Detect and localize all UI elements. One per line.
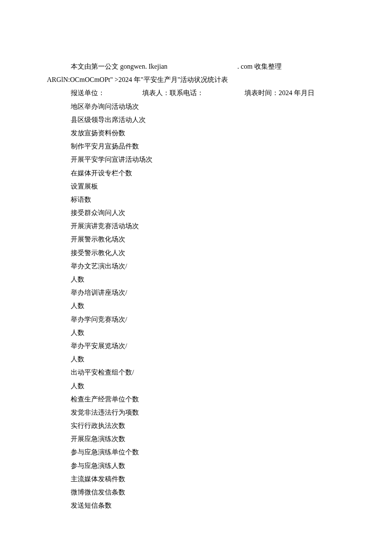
item-text: 开展平安学问宣讲活动场次 (71, 156, 153, 163)
item-text: 举办学问竞赛场次/ (71, 316, 127, 323)
item-text: 举办培训讲座场次/ (71, 289, 127, 296)
list-item: 举办文艺演出场次/ (47, 259, 345, 273)
item-text: 县区级领导出席活动人次 (71, 116, 146, 123)
list-item: 举办平安展览场次/ (47, 339, 345, 352)
list-item: 参与应急演练单位个数 (47, 445, 345, 459)
source-line: 本文由第一公文 gongwen. Ikejian . com 收集整理 (47, 60, 345, 73)
item-text: 在媒体开设专栏个数 (71, 169, 132, 177)
item-text: 实行行政执法次数 (71, 422, 125, 429)
item-text: 设置展板 (71, 183, 98, 190)
list-item: 人数 (47, 352, 345, 366)
item-text: 标语数 (71, 196, 91, 203)
filler-label: 填表人：联系电话： (142, 86, 245, 99)
item-text: 人数 (71, 302, 84, 309)
list-item: 人数 (47, 326, 345, 339)
item-text: 开展演讲竞赛活动场次 (71, 222, 139, 230)
list-item: 发放宣扬资料份数 (47, 126, 345, 139)
item-text: 开展警示教化场次 (71, 235, 125, 243)
item-text: 举办平安展览场次/ (71, 342, 127, 349)
list-item: 发觉非法违法行为项数 (47, 406, 345, 419)
item-text: 人数 (71, 382, 84, 389)
list-item: 人数 (47, 299, 345, 312)
source-suffix: . com 收集整理 (237, 63, 282, 70)
item-text: 人数 (71, 355, 84, 363)
list-item: 人数 (47, 273, 345, 286)
item-text: 接受警示教化人次 (71, 249, 125, 256)
title-line: ARGlN:OCmOCmOPt" >2024 年"平安生产月"活动状况统计表 (47, 73, 345, 86)
item-text: 人数 (71, 276, 84, 283)
list-item: 县区级领导出席活动人次 (47, 113, 345, 126)
list-item: 设置展板 (47, 180, 345, 193)
item-text: 接受群众询问人次 (71, 209, 125, 216)
item-text: 检查生产经营单位个数 (71, 395, 139, 403)
list-item: 开展演讲竞赛活动场次 (47, 219, 345, 232)
item-text: 参与应急演练人数 (71, 462, 125, 469)
list-item: 举办培训讲座场次/ (47, 286, 345, 299)
list-item: 微博微信发信条数 (47, 485, 345, 499)
list-item: 地区举办询问活动场次 (47, 100, 345, 113)
item-text: 微博微信发信条数 (71, 488, 125, 496)
item-text: 出动平安检查组个数/ (71, 369, 134, 376)
item-text: 主流媒体发稿件数 (71, 475, 125, 482)
list-item: 出动平安检查组个数/ (47, 366, 345, 379)
list-item: 举办学问竞赛场次/ (47, 313, 345, 326)
list-item: 接受群众询问人次 (47, 206, 345, 219)
item-text: 发送短信条数 (71, 502, 112, 509)
list-item: 开展应急演练次数 (47, 432, 345, 445)
list-item: 人数 (47, 379, 345, 392)
list-item: 主流媒体发稿件数 (47, 472, 345, 485)
list-item: 参与应急演练人数 (47, 459, 345, 472)
list-item: 制作平安月宣扬品件数 (47, 139, 345, 153)
source-prefix: 本文由第一公文 gongwen. Ikejian (71, 63, 167, 70)
list-item: 检查生产经营单位个数 (47, 392, 345, 406)
title-text: ARGlN:OCmOCmOPt" >2024 年"平安生产月"活动状况统计表 (47, 76, 228, 83)
list-item: 开展警示教化场次 (47, 232, 345, 246)
list-item: 接受警示教化人次 (47, 246, 345, 259)
item-text: 举办文艺演出场次/ (71, 262, 127, 270)
list-item: 发送短信条数 (47, 499, 345, 512)
list-item: 标语数 (47, 193, 345, 206)
item-text: 地区举办询问活动场次 (71, 103, 139, 110)
fill-time-label: 填表时间：2024 年月日 (245, 86, 314, 99)
item-text: 发放宣扬资料份数 (71, 129, 125, 137)
info-row: 报送单位： 填表人：联系电话： 填表时间：2024 年月日 (47, 86, 345, 99)
item-text: 制作平安月宣扬品件数 (71, 142, 139, 150)
list-item: 在媒体开设专栏个数 (47, 166, 345, 180)
item-text: 开展应急演练次数 (71, 435, 125, 442)
report-unit-label: 报送单位： (71, 86, 142, 99)
list-item: 开展平安学问宣讲活动场次 (47, 153, 345, 166)
list-item: 实行行政执法次数 (47, 419, 345, 432)
item-text: 参与应急演练单位个数 (71, 448, 139, 456)
item-text: 人数 (71, 329, 84, 336)
item-text: 发觉非法违法行为项数 (71, 409, 139, 416)
